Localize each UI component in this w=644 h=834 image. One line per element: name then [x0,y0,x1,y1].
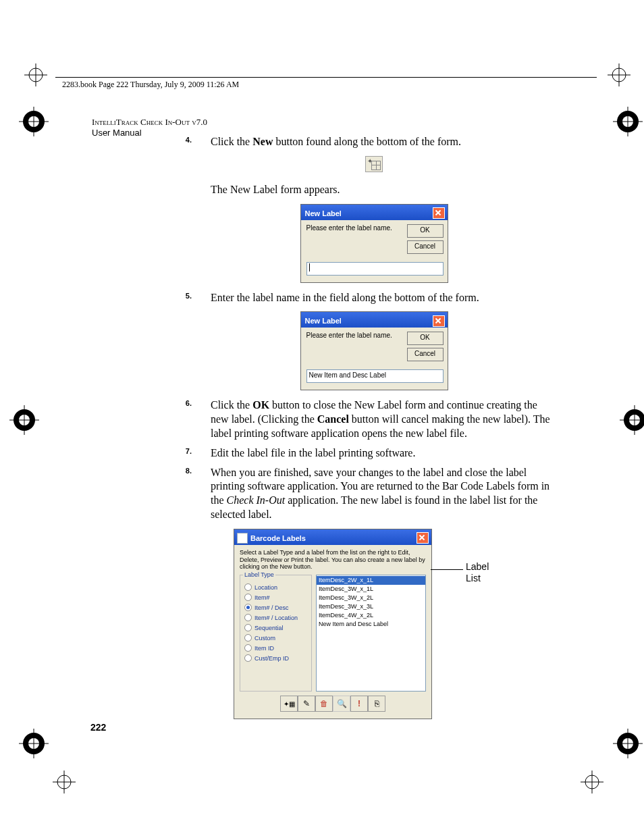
label-type-radio[interactable]: Custom [244,634,308,642]
step-number: 5. [182,291,192,301]
window-title: Barcode Labels [250,534,306,542]
groupbox-title: Label Type [243,571,275,578]
step-text-italic: Check In-Out [227,494,286,506]
radio-icon [244,594,252,601]
page-number: 222 [90,722,106,733]
new-icon[interactable]: ✦▦ [280,696,298,712]
label-type-radio[interactable]: Item# [244,594,308,601]
label-name-input[interactable]: New Item and Desc Label [306,369,444,383]
edit-icon[interactable]: ✎ [298,696,315,712]
print-mark-icon [24,63,47,86]
app-icon [237,533,248,544]
ok-button[interactable]: OK [407,332,444,345]
radio-label: Item# [254,594,270,601]
alignment-mark [19,729,42,752]
print-mark-icon [53,771,76,793]
step-text-bold: New [252,136,273,147]
callout-label: Label List [466,561,489,584]
step-6: 6. Click the OK button to close the New … [193,398,555,440]
cancel-button[interactable]: Cancel [407,348,444,361]
radio-icon [244,614,252,621]
document-title: IntelliTrack Check In-Out v7.0 [92,117,207,128]
step-text-bold: OK [252,399,269,411]
radio-icon [244,634,252,642]
print-mark-icon [608,63,630,86]
preview-icon[interactable]: 🔍 [333,696,350,712]
radio-label: Item ID [254,645,274,652]
label-name-input[interactable] [306,262,444,276]
radio-label: Location [254,584,277,591]
step-number: 8. [182,466,192,475]
step-number: 4. [182,135,192,145]
exit-icon[interactable]: ⎘ [368,696,385,712]
dialog-prompt: Please enter the label name. [306,224,392,254]
alignment-mark [620,405,643,428]
dialog-title: New Label [305,317,342,325]
cancel-button[interactable]: Cancel [407,240,444,254]
window-title-bar[interactable]: Barcode Labels [234,529,431,545]
figure-new-button-icon: ✦ [193,156,555,175]
dialog-title-bar[interactable]: New Label [301,205,448,220]
radio-icon [244,644,252,652]
header-rule [55,77,597,78]
alignment-mark [9,405,32,428]
dialog-prompt: Please enter the label name. [306,332,392,361]
radio-label: Sequential [254,625,284,631]
window-instructions: Select a Label Type and a label from the… [240,549,426,571]
label-list-item[interactable]: ItemDesc_2W_x_1L [317,576,425,585]
close-icon[interactable] [417,532,429,544]
step-5: 5. Enter the label name in the field alo… [193,291,555,305]
step-text: Click the [211,399,252,411]
close-icon[interactable] [433,315,445,327]
step-4-note: The New Label form appears. [193,183,555,197]
new-label-dialog-filled: New Label Please enter the label name. O… [300,311,448,390]
label-type-radio[interactable]: Item# / Desc [244,604,308,611]
label-list-item[interactable]: New Item and Desc Label [317,620,425,629]
label-listbox[interactable]: ItemDesc_2W_x_1LItemDesc_3W_x_1LItemDesc… [316,575,426,692]
new-button-icon: ✦ [365,156,383,172]
dialog-title: New Label [305,209,342,217]
label-list-item[interactable]: ItemDesc_4W_x_2L [317,611,425,620]
step-number: 6. [182,398,192,408]
alignment-mark [19,107,42,130]
radio-icon [244,654,252,662]
label-list-item[interactable]: ItemDesc_3W_x_3L [317,602,425,611]
running-header: 2283.book Page 222 Thursday, July 9, 200… [62,80,239,90]
window-toolbar: ✦▦ ✎ 🗑 🔍 ! ⎘ [240,692,426,714]
label-list-item[interactable]: ItemDesc_3W_x_1L [317,585,425,594]
dialog-title-bar[interactable]: New Label [301,312,448,328]
step-text: button found along the bottom of the for… [273,136,461,147]
label-type-radio[interactable]: Item# / Location [244,614,308,621]
radio-label: Item# / Desc [254,604,289,611]
callout-line [431,569,463,570]
print-mark-icon [581,771,603,793]
step-text: Edit the label file in the label printin… [211,447,415,459]
step-text: Click the [211,136,252,147]
close-icon[interactable] [433,207,445,219]
ok-button[interactable]: OK [407,224,444,238]
label-type-radio[interactable]: Sequential [244,624,308,631]
step-8: 8. When you are finished, save your chan… [193,466,555,522]
barcode-labels-window: Barcode Labels Select a Label Type and a… [234,529,432,719]
radio-icon [244,583,252,591]
alignment-mark [613,729,636,752]
label-type-radio[interactable]: Item ID [244,644,308,652]
step-text: Enter the label name in the field along … [211,292,479,303]
new-label-dialog: New Label Please enter the label name. O… [300,204,448,283]
radio-icon [244,604,252,611]
alignment-mark [613,107,636,130]
radio-label: Cust/Emp ID [254,655,289,662]
label-type-radio[interactable]: Cust/Emp ID [244,654,308,662]
step-4: 4. Click the New button found along the … [193,135,555,149]
step-text-bold: Cancel [317,413,349,425]
document-subtitle: User Manual [92,128,142,138]
step-7: 7. Edit the label file in the label prin… [193,446,555,461]
label-type-groupbox: Label Type LocationItem#Item# / DescItem… [240,575,312,692]
label-list-item[interactable]: ItemDesc_3W_x_2L [317,594,425,602]
radio-label: Item# / Location [254,615,298,621]
print-icon[interactable]: ! [350,696,368,712]
label-type-radio[interactable]: Location [244,583,308,591]
radio-label: Custom [254,635,275,642]
step-number: 7. [182,446,192,456]
delete-icon[interactable]: 🗑 [315,696,333,712]
